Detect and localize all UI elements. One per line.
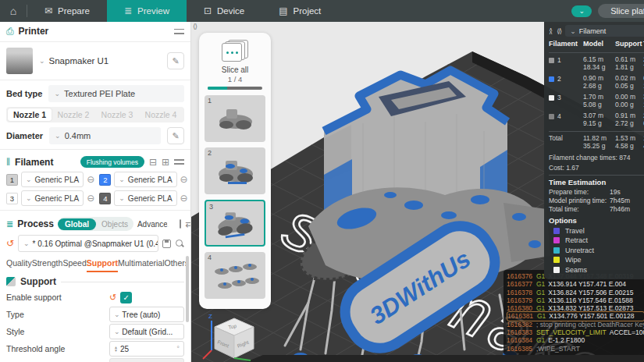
- support-style-label: Style: [6, 327, 109, 336]
- gcode-line: 1616378G1X136.824 Y157.506 E.00215: [507, 289, 644, 296]
- tab-quality[interactable]: Quality: [6, 258, 32, 272]
- tab-strength[interactable]: Strength: [32, 258, 63, 272]
- slice-options-dropdown[interactable]: ⌄: [571, 5, 592, 17]
- legend-retract[interactable]: Retract: [549, 236, 644, 246]
- support-type-select[interactable]: ⌄ Tree (auto): [109, 307, 184, 322]
- support-type-label: Type: [6, 310, 109, 319]
- slice-all-card[interactable]: Slice all 1 / 4: [205, 40, 265, 90]
- process-preset-select[interactable]: ⌄ * 0.16 Optimal @Snapmaker U1 (0.4 nozz…: [18, 235, 158, 252]
- slice-all-label: Slice all: [205, 66, 265, 74]
- collapse-panel-icon[interactable]: ∧∧: [549, 28, 553, 34]
- legend-travel[interactable]: Travel: [549, 226, 644, 236]
- minus-circle-icon[interactable]: ⊖: [87, 174, 94, 185]
- reset-icon[interactable]: ↺: [109, 293, 116, 303]
- parameter-table-icon[interactable]: [180, 219, 181, 229]
- tab-nozzle-1[interactable]: Nozzle 1: [8, 108, 52, 121]
- threshold-overlap-input: 50%mm or %: [109, 358, 184, 362]
- edit-icon: ✎: [172, 131, 179, 141]
- printer-section-title: Printer: [19, 26, 49, 37]
- scope-objects[interactable]: Objects: [96, 218, 133, 230]
- gcode-line: 1616383SET_VELOCITY_LIMITACCEL=10000 ACC…: [507, 328, 644, 336]
- filament-slot-2: 2 ⌄Generic PLA ⊖: [99, 172, 187, 187]
- filament-1-badge: 1: [6, 174, 18, 186]
- plate-thumbnail-4[interactable]: 4: [205, 252, 265, 299]
- gcode-line: 1616379G1X136.116 Y157.546 E.01588: [507, 296, 644, 304]
- printer-select[interactable]: ⌄ Snapmaker U1: [39, 56, 161, 66]
- process-tabs: Quality Strength Speed Support Multimate…: [0, 254, 190, 272]
- scope-global[interactable]: Global: [58, 218, 96, 230]
- plate-number: 2: [208, 149, 212, 157]
- chevron-down-icon: ⌄: [55, 132, 61, 140]
- stats-view-select[interactable]: ⌄ Filament: [565, 25, 644, 37]
- slice-progress-bar: [208, 87, 262, 90]
- compare-icon[interactable]: ⇄: [185, 218, 191, 229]
- home-button[interactable]: ⌂: [0, 0, 27, 22]
- tab-nozzle-3[interactable]: Nozzle 3: [95, 108, 139, 121]
- filament-color-swatch: [549, 76, 554, 82]
- filament-4-badge: 4: [99, 193, 111, 204]
- tab-project[interactable]: ▤ Project: [262, 0, 338, 22]
- minus-circle-icon[interactable]: ⊖: [87, 193, 94, 204]
- diameter-value: 0.4mm: [65, 131, 91, 140]
- save-preset-icon[interactable]: [162, 240, 171, 248]
- tab-nozzle-2[interactable]: Nozzle 2: [52, 108, 95, 121]
- printer-name: Snapmaker U1: [49, 56, 109, 66]
- threshold-angle-input[interactable]: ▲▼ 25°: [109, 341, 184, 357]
- filament-settings-icon[interactable]: [174, 158, 184, 165]
- support-style-select[interactable]: ⌄ Default (Grid...: [109, 324, 184, 339]
- filament-2-select[interactable]: ⌄Generic PLA: [114, 172, 176, 187]
- retract-swatch: [553, 237, 560, 243]
- minus-circle-icon[interactable]: ⊖: [180, 174, 188, 185]
- filament-remove-icon[interactable]: ⊟: [149, 157, 157, 168]
- panel-collapse-handle[interactable]: ⟨⟩: [193, 23, 197, 30]
- sidebar-scrollbar[interactable]: [186, 256, 189, 322]
- plate-number: 4: [208, 254, 212, 261]
- top-navbar: ⌂ ✉ Prepare ≣ Preview ⊡ Device ▤ Project…: [0, 0, 644, 22]
- filament-3-select[interactable]: ⌄Generic PLA: [21, 190, 84, 206]
- filament-4-select[interactable]: ⌄Generic PLA: [114, 190, 176, 206]
- tab-device[interactable]: ⊡ Device: [187, 0, 262, 22]
- diameter-edit-button[interactable]: ✎: [167, 127, 184, 144]
- tab-prepare[interactable]: ✉ Prepare: [27, 0, 107, 22]
- slice-progress-label: 1 / 4: [205, 75, 265, 83]
- total-time-row: Total time:7h46m: [549, 205, 644, 214]
- cost: Cost: 1.67: [549, 164, 644, 172]
- minus-circle-icon[interactable]: ⊖: [180, 193, 188, 204]
- legend-seams[interactable]: Seams: [549, 265, 644, 275]
- bed-type-select[interactable]: ⌄ Textured PEI Plate: [48, 85, 184, 102]
- tab-nozzle-4[interactable]: Nozzle 4: [139, 108, 183, 121]
- gcode-view-icon[interactable]: ⟨/⟩: [557, 27, 561, 35]
- flushing-volumes-button[interactable]: Flushing volumes: [80, 156, 144, 168]
- plate-thumbnail-3[interactable]: 3: [205, 200, 265, 247]
- tab-prepare-label: Prepare: [58, 6, 90, 16]
- filament-usage-total: Total 11.82 m35.25 g 1.53 m4.58 g 14.743…: [549, 133, 644, 152]
- plate-thumbnail-2[interactable]: 2: [205, 147, 265, 194]
- legend-unretract[interactable]: Unretract: [549, 246, 644, 256]
- diameter-select[interactable]: ⌄ 0.4mm: [49, 127, 161, 144]
- filament-add-icon[interactable]: ⊞: [162, 157, 169, 168]
- nozzle-tabs: Nozzle 1 Nozzle 2 Nozzle 3 Nozzle 4: [6, 107, 184, 122]
- printer-thumbnail: [6, 48, 33, 74]
- printer-settings-icon[interactable]: [174, 28, 184, 35]
- plates-stack-icon: [222, 40, 248, 63]
- filament-color-swatch: [549, 95, 554, 101]
- search-icon[interactable]: [175, 239, 184, 248]
- filament-1-select[interactable]: ⌄Generic PLA: [21, 172, 84, 187]
- reset-icon[interactable]: ↺: [6, 238, 14, 249]
- tab-support[interactable]: Support: [87, 258, 118, 272]
- tab-preview[interactable]: ≣ Preview: [107, 0, 187, 22]
- printer-edit-button[interactable]: ✎: [167, 52, 184, 69]
- gcode-console[interactable]: 1616376G1X137.044 Y157.348 E.00319 16163…: [503, 270, 644, 355]
- preview-icon: ≣: [124, 5, 132, 16]
- plate-thumbnail-1[interactable]: 1: [205, 95, 265, 142]
- tab-multimaterial[interactable]: Multimaterial: [118, 258, 165, 272]
- device-icon: ⊡: [204, 5, 212, 16]
- legend-wipe[interactable]: Wipe: [549, 255, 644, 265]
- tab-speed[interactable]: Speed: [62, 258, 86, 272]
- prepare-time-row: Prepare time:19s: [549, 188, 644, 197]
- chevron-down-icon: ⌄: [39, 57, 45, 65]
- unretract-swatch: [553, 247, 560, 254]
- enable-support-checkbox[interactable]: ✓: [120, 292, 132, 303]
- slice-plate-button[interactable]: Slice plate: [598, 4, 644, 18]
- gcode-line: 1616382; stop printing object DeathRacer…: [507, 321, 644, 328]
